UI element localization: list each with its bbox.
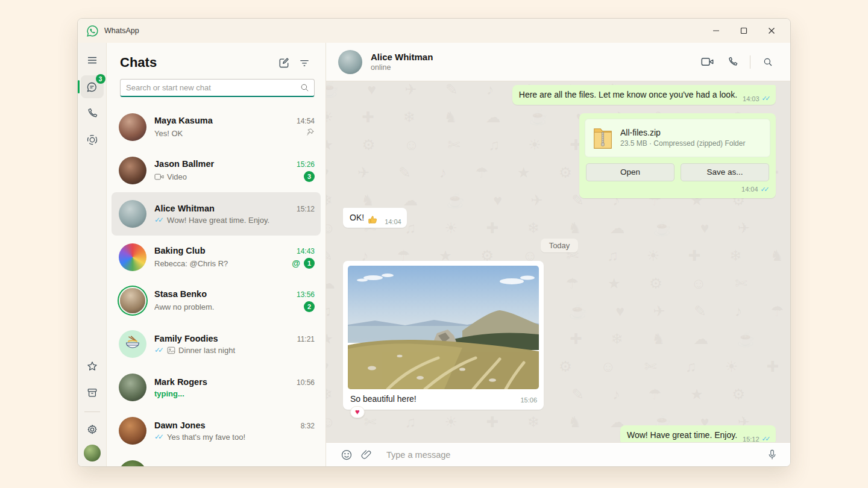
message-input[interactable] <box>386 450 756 460</box>
filter-chats-button[interactable] <box>294 54 315 72</box>
nav-starred-button[interactable] <box>81 355 104 378</box>
chat-list-item-ziggy[interactable]: Ziggy Woodley9:12 <box>112 452 321 466</box>
mention-badge: @ <box>292 258 300 268</box>
avatar-with-status-ring <box>120 288 145 313</box>
minimize-button[interactable] <box>702 19 730 43</box>
video-call-icon <box>154 173 164 181</box>
message-composer <box>326 442 790 466</box>
open-file-button[interactable]: Open <box>586 163 675 181</box>
chat-name: Dawn Jones <box>154 421 296 430</box>
microphone-icon <box>767 449 778 461</box>
unread-badge: 2 <box>304 301 315 312</box>
file-name: All-files.zip <box>620 128 745 137</box>
read-receipt-icon: ✓✓ <box>762 95 770 102</box>
chat-time: 10:56 <box>297 378 315 387</box>
read-receipt-icon: ✓✓ <box>154 433 164 441</box>
save-as-button[interactable]: Save as... <box>681 163 769 181</box>
titlebar: WhatsApp <box>78 19 790 43</box>
emoji-button[interactable] <box>337 445 356 465</box>
nav-archived-button[interactable] <box>81 381 104 404</box>
zip-file-icon <box>593 127 613 149</box>
avatar <box>119 374 146 401</box>
photo-attachment-icon <box>167 346 175 354</box>
search-icon <box>763 57 773 67</box>
conversation-header: Alice Whitman online <box>326 43 790 81</box>
message-time: 14:04 <box>741 186 758 193</box>
chat-preview: Rebecca: @Chris R? <box>154 259 228 268</box>
read-receipt-icon: ✓✓ <box>762 435 770 442</box>
message-history: ☕ ♥ ✈ ✎ ♪ ☂ ★ ⚙ ☺ ✄ ♫ ☀ ✚ ❄ ♞ ☁ ☕ ♥ ✈ ✎ … <box>326 81 790 442</box>
avatar <box>119 200 146 228</box>
emoji-icon <box>341 449 353 461</box>
attach-button[interactable] <box>356 445 376 465</box>
date-divider: Today <box>541 239 579 252</box>
contact-info[interactable]: Alice Whitman online <box>371 52 696 72</box>
chat-preview: Aww no problem. <box>154 302 214 311</box>
close-icon <box>768 27 775 34</box>
search-box <box>120 79 315 97</box>
contact-name: Alice Whitman <box>371 52 696 62</box>
nav-settings-button[interactable] <box>81 418 104 441</box>
message-text: Here are all the files. Let me know once… <box>519 89 737 101</box>
outgoing-message-wow: Wow! Have great time. Enjoy. 15:12 ✓✓ <box>620 425 776 442</box>
outgoing-message-files: Here are all the files. Let me know once… <box>512 85 776 105</box>
photo-attachment[interactable] <box>348 266 539 389</box>
voice-record-button[interactable] <box>763 445 782 465</box>
read-receipt-icon: ✓✓ <box>761 186 769 193</box>
desktop-background: WhatsApp 3 <box>0 0 868 488</box>
new-chat-button[interactable] <box>274 54 294 72</box>
search-input[interactable] <box>120 79 315 97</box>
chat-preview: Video <box>167 172 187 181</box>
chat-list-item-stasa[interactable]: Stasa Benko13:56 Aww no problem. 2 <box>112 279 321 322</box>
phone-icon <box>727 56 738 67</box>
gear-icon <box>86 424 98 436</box>
chat-time: 13:56 <box>297 290 315 299</box>
chat-name: Mark Rogers <box>154 377 292 387</box>
chat-list-item-dawn[interactable]: Dawn Jones8:32 ✓✓Yes that's my fave too! <box>112 409 321 452</box>
chat-time: 14:54 <box>297 117 315 125</box>
avatar <box>119 113 146 141</box>
chat-list-item-mark[interactable]: Mark Rogers10:56 typing... <box>112 366 321 409</box>
file-attachment-card[interactable]: All-files.zip 23.5 MB · Compressed (zipp… <box>585 119 770 157</box>
nav-chats-button[interactable]: 3 <box>81 75 104 98</box>
voice-call-button[interactable] <box>721 52 744 72</box>
chat-preview: Wow! Have great time. Enjoy. <box>167 216 269 225</box>
chat-list-item-baking-club[interactable]: Baking Club14:43 Rebecca: @Chris R? @1 <box>112 236 321 279</box>
chats-panel-title: Chats <box>120 55 274 70</box>
search-icon <box>300 83 310 95</box>
status-icon <box>86 134 98 146</box>
avatar <box>119 460 146 466</box>
chat-list-item-family-foodies[interactable]: Family Foodies11:21 ✓✓Dinner last night <box>112 322 321 366</box>
filter-icon <box>298 57 310 69</box>
chat-name: Family Foodies <box>154 334 292 343</box>
chat-list-item-jason[interactable]: Jason Ballmer15:26 Video 3 <box>112 149 321 192</box>
presence-status: online <box>371 63 696 72</box>
pinned-icon <box>306 128 315 139</box>
contact-avatar[interactable] <box>338 50 362 74</box>
chat-list: Maya Kasuma14:54 Yes! OK Jason Ballmer15… <box>107 104 326 466</box>
video-call-button[interactable] <box>696 52 719 72</box>
chat-list-item-alice[interactable]: Alice Whitman15:12 ✓✓Wow! Have great tim… <box>112 192 321 236</box>
whatsapp-window: WhatsApp 3 <box>77 18 791 467</box>
avatar <box>119 243 146 271</box>
read-receipt-icon: ✓✓ <box>154 346 164 354</box>
message-time: 14:04 <box>385 218 401 225</box>
unread-badge: 1 <box>304 258 315 269</box>
nav-status-button[interactable] <box>81 128 104 151</box>
maximize-icon <box>740 27 747 34</box>
noodle-bowl-icon <box>124 335 142 353</box>
nav-calls-button[interactable] <box>81 102 104 125</box>
maximize-button[interactable] <box>730 19 758 43</box>
outgoing-file-message: All-files.zip 23.5 MB · Compressed (zipp… <box>579 113 776 198</box>
heart-reaction-badge[interactable]: ♥ <box>350 406 365 418</box>
header-divider <box>750 55 750 69</box>
menu-button[interactable] <box>81 49 104 72</box>
chat-time: 14:43 <box>297 247 315 255</box>
chat-name: Alice Whitman <box>154 204 292 213</box>
profile-avatar[interactable] <box>84 445 101 461</box>
close-button[interactable] <box>758 19 785 43</box>
search-in-chat-button[interactable] <box>756 52 779 72</box>
chat-time: 11:21 <box>297 335 315 343</box>
app-title: WhatsApp <box>104 27 139 35</box>
chat-list-item-maya[interactable]: Maya Kasuma14:54 Yes! OK <box>112 105 321 149</box>
